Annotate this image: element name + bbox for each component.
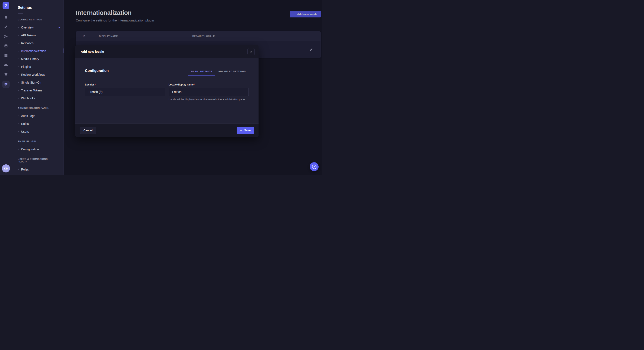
sidebar-item-email-configuration[interactable]: Configuration xyxy=(12,145,64,153)
bullet-icon xyxy=(18,35,18,36)
sidebar-item-transfer-tokens[interactable]: Transfer Tokens xyxy=(12,86,64,94)
rail-item-home[interactable] xyxy=(2,14,10,21)
sidebar-item-label: Releases xyxy=(21,41,34,45)
bullet-icon xyxy=(18,74,18,75)
save-button[interactable]: Save xyxy=(236,127,254,134)
check-icon xyxy=(240,129,242,132)
sidebar-item-label: Overview xyxy=(21,26,34,29)
modal-footer: Cancel Save xyxy=(76,123,258,137)
locales-label-text: Locales xyxy=(85,83,94,86)
gear-icon xyxy=(4,82,8,86)
required-asterisk: * xyxy=(95,83,96,86)
strapi-logo-icon xyxy=(4,4,8,7)
sidebar-item-admin-users[interactable]: Users xyxy=(12,128,64,136)
locale-form: Locales* French (fr) Locale display name… xyxy=(85,83,249,101)
sidebar-item-label: Media Library xyxy=(21,57,39,61)
sidebar-item-label: Plugins xyxy=(21,65,31,68)
settings-sidebar: Settings GLOBAL SETTINGS Overview API To… xyxy=(12,0,64,175)
cloud-icon xyxy=(4,63,8,67)
sidebar-item-internationalization[interactable]: Internationalization xyxy=(12,47,64,55)
rail-item-media-library[interactable] xyxy=(2,42,10,49)
rail-item-releases[interactable] xyxy=(2,33,10,40)
sidebar-item-label: Single Sign-On xyxy=(21,81,41,84)
bullet-icon xyxy=(18,58,18,59)
sidebar-item-releases[interactable]: Releases xyxy=(12,39,64,47)
bullet-icon xyxy=(18,123,18,124)
display-name-label: Locale display name* xyxy=(169,83,249,86)
strapi-logo[interactable] xyxy=(2,2,9,9)
sidebar-item-label: Transfer Tokens xyxy=(21,89,42,92)
sidebar-item-label: Review Workflows xyxy=(21,73,45,76)
required-asterisk: * xyxy=(194,83,195,86)
tab-advanced-settings-label: ADVANCED SETTINGS xyxy=(218,70,246,73)
locales-field: Locales* French (fr) xyxy=(85,83,165,101)
avatar-initials: KD xyxy=(4,167,8,170)
sidebar-item-media-library[interactable]: Media Library xyxy=(12,55,64,63)
rail-item-settings[interactable] xyxy=(2,81,10,88)
bullet-icon xyxy=(18,149,18,150)
sidebar-item-webhooks[interactable]: Webhooks xyxy=(12,94,64,102)
active-indicator xyxy=(63,48,64,53)
sidebar-title: Settings xyxy=(18,5,64,10)
rail-item-content-type-builder[interactable] xyxy=(2,52,10,59)
paper-plane-icon xyxy=(4,34,8,38)
sidebar-title-divider xyxy=(18,13,23,14)
chevron-down-icon xyxy=(159,91,162,93)
modal-header: Add new locale xyxy=(76,45,258,58)
locales-select[interactable]: French (fr) xyxy=(85,88,165,96)
cancel-button[interactable]: Cancel xyxy=(80,127,96,134)
close-icon xyxy=(250,50,252,53)
configuration-row: Configuration BASIC SETTINGS ADVANCED SE… xyxy=(85,68,249,76)
sidebar-item-label: Configuration xyxy=(21,148,39,151)
configuration-title: Configuration xyxy=(85,69,108,76)
sidebar-item-label: Audit Logs xyxy=(21,114,35,118)
sidebar-item-admin-roles[interactable]: Roles xyxy=(12,120,64,128)
tab-advanced-settings[interactable]: ADVANCED SETTINGS xyxy=(215,68,249,76)
sidebar-item-plugins[interactable]: Plugins xyxy=(12,63,64,71)
section-label-global-settings: GLOBAL SETTINGS xyxy=(18,18,58,21)
bullet-icon xyxy=(18,27,18,28)
sidebar-item-review-workflows[interactable]: Review Workflows xyxy=(12,71,64,78)
question-mark-icon: ? xyxy=(312,165,316,169)
bullet-icon xyxy=(18,90,18,91)
tab-basic-settings[interactable]: BASIC SETTINGS xyxy=(188,68,215,76)
display-name-field: Locale display name* Locale will be disp… xyxy=(169,83,249,101)
rail-item-deploy[interactable] xyxy=(2,61,10,69)
add-locale-modal: Add new locale Configuration BASIC SETTI… xyxy=(76,45,258,137)
sidebar-item-api-tokens[interactable]: API Tokens xyxy=(12,31,64,39)
sidebar-item-audit-logs[interactable]: Audit Logs xyxy=(12,112,64,120)
sidebar-item-up-providers[interactable]: Providers xyxy=(12,173,64,175)
settings-tabs: BASIC SETTINGS ADVANCED SETTINGS xyxy=(188,68,249,76)
rail-item-content-manager[interactable] xyxy=(2,23,10,30)
sidebar-item-label: Internationalization xyxy=(21,49,46,53)
sidebar-item-label: API Tokens xyxy=(21,34,36,37)
display-name-input[interactable] xyxy=(169,88,249,96)
section-label-users-permissions-plugin: USERS & PERMISSIONS PLUGIN xyxy=(18,158,58,163)
icon-rail: KD xyxy=(0,0,12,175)
sidebar-item-up-roles[interactable]: Roles xyxy=(12,166,64,173)
bullet-icon xyxy=(18,169,18,170)
section-label-email-plugin: EMAIL PLUGIN xyxy=(18,140,58,143)
bullet-icon xyxy=(18,98,18,99)
sidebar-item-single-sign-on[interactable]: Single Sign-On xyxy=(12,78,64,86)
modal-body: Configuration BASIC SETTINGS ADVANCED SE… xyxy=(76,58,258,123)
pen-icon xyxy=(4,25,8,29)
modal-close-button[interactable] xyxy=(248,48,255,55)
bullet-icon xyxy=(18,131,18,132)
user-avatar[interactable]: KD xyxy=(2,164,10,173)
sidebar-item-label: Roles xyxy=(21,168,29,171)
sidebar-item-overview[interactable]: Overview xyxy=(12,23,64,31)
sidebar-item-label: Roles xyxy=(21,122,29,126)
locales-label: Locales* xyxy=(85,83,165,86)
sidebar-item-label: Users xyxy=(21,130,29,133)
modal-title: Add new locale xyxy=(81,50,104,53)
display-name-label-text: Locale display name xyxy=(169,83,194,86)
sidebar-item-label: Webhooks xyxy=(21,97,35,100)
bullet-icon xyxy=(18,116,18,116)
bullet-icon xyxy=(18,51,18,51)
rail-item-marketplace[interactable] xyxy=(2,71,10,78)
save-button-label: Save xyxy=(244,129,251,132)
locales-select-value: French (fr) xyxy=(88,90,102,94)
help-button[interactable]: ? xyxy=(310,162,318,171)
active-tab-underline xyxy=(188,75,215,76)
